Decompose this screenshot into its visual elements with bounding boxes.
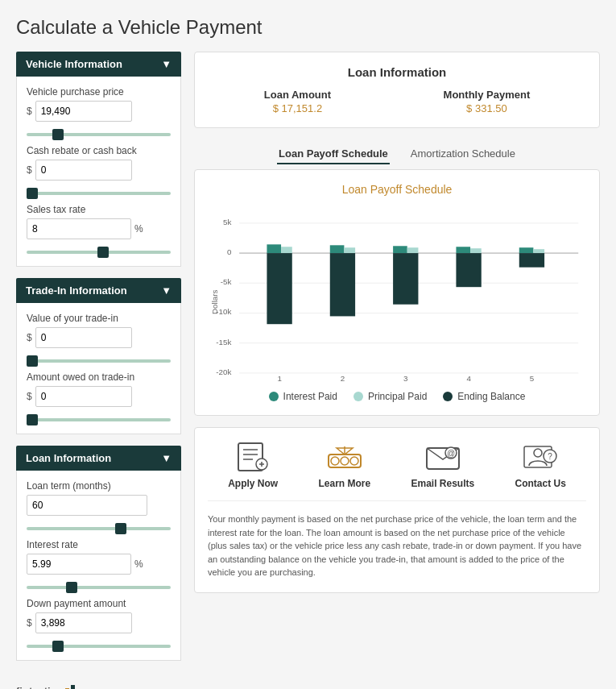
legend-interest: Interest Paid — [269, 391, 337, 402]
tab-amortization[interactable]: Amortization Schedule — [409, 144, 517, 164]
chevron-down-icon: ▼ — [161, 284, 172, 297]
tradein-value-label: Value of your trade-in — [27, 313, 171, 324]
svg-text:5k: 5k — [223, 218, 231, 226]
actions-card: Apply Now Learn More — [194, 427, 600, 593]
svg-rect-20 — [393, 246, 407, 253]
svg-rect-26 — [519, 247, 534, 253]
legend-balance-label: Ending Balance — [457, 391, 525, 402]
amount-owed-input[interactable] — [35, 386, 132, 407]
sales-tax-label: Sales tax rate — [27, 204, 171, 215]
downpayment-input[interactable] — [35, 612, 132, 633]
vehicle-section-label: Vehicle Information — [26, 58, 122, 70]
svg-rect-15 — [281, 247, 292, 253]
svg-rect-18 — [344, 247, 355, 253]
chart-legend: Interest Paid Principal Paid Ending Bala… — [208, 391, 586, 402]
amount-owed-slider[interactable] — [27, 418, 171, 421]
svg-point-51 — [534, 449, 542, 457]
loan-amount-block: Loan Amount $ 17,151.2 — [264, 89, 331, 114]
contact-us-label: Contact Us — [515, 478, 565, 489]
tradein-value-input[interactable] — [35, 327, 132, 348]
chart-area: 5k 0 -5k -10k -15k -20k Dol — [208, 205, 586, 383]
email-results-icon: @ — [424, 441, 462, 473]
footer: fintactix — [16, 683, 600, 689]
loan-section-label: Loan Information — [26, 452, 111, 464]
svg-text:3: 3 — [403, 374, 408, 383]
legend-interest-label: Interest Paid — [283, 391, 337, 402]
svg-rect-17 — [330, 245, 345, 253]
apply-now-icon — [234, 441, 272, 473]
chart-card: Loan Payoff Schedule 5k 0 -5k -10k -15k … — [194, 169, 600, 416]
vehicle-section-header[interactable]: Vehicle Information ▼ — [16, 52, 181, 77]
schedule-tabs: Loan Payoff Schedule Amortization Schedu… — [194, 139, 600, 169]
interest-slider[interactable] — [27, 586, 171, 589]
svg-text:-5k: -5k — [221, 277, 232, 286]
svg-rect-21 — [407, 247, 419, 253]
sales-tax-slider[interactable] — [27, 251, 171, 254]
cash-rebate-slider[interactable] — [27, 192, 171, 195]
purchase-price-slider[interactable] — [27, 133, 171, 136]
sales-tax-input[interactable] — [27, 218, 131, 239]
monthly-payment-block: Monthly Payment $ 331.50 — [444, 89, 531, 114]
sales-tax-pct: % — [134, 223, 143, 235]
tradein-section-body: Value of your trade-in $ Amount owed on … — [16, 303, 181, 434]
legend-principal-dot — [353, 392, 363, 401]
learn-more-label: Learn More — [318, 478, 370, 489]
svg-text:1: 1 — [277, 374, 281, 383]
downpayment-slider[interactable] — [27, 645, 171, 648]
svg-rect-16 — [267, 253, 291, 324]
learn-more-action[interactable]: Learn More — [318, 441, 370, 489]
svg-text:@: @ — [447, 449, 455, 458]
svg-point-44 — [341, 457, 349, 465]
svg-text:2: 2 — [341, 374, 345, 383]
term-slider[interactable] — [27, 527, 171, 530]
brand-label: fintactix — [16, 685, 56, 690]
cash-rebate-currency: $ — [27, 164, 32, 176]
disclaimer-text: Your monthly payment is based on the net… — [208, 513, 586, 579]
vehicle-section-body: Vehicle purchase price $ Cash rebate or … — [16, 77, 181, 267]
tab-loan-payoff[interactable]: Loan Payoff Schedule — [277, 144, 390, 164]
purchase-price-input[interactable] — [35, 101, 132, 122]
svg-point-43 — [331, 457, 339, 465]
left-panel: Vehicle Information ▼ Vehicle purchase p… — [16, 52, 181, 672]
svg-rect-14 — [267, 244, 281, 253]
term-label: Loan term (months) — [27, 480, 171, 492]
svg-rect-24 — [470, 248, 482, 253]
monthly-payment-value: $ 331.50 — [444, 102, 531, 114]
chevron-down-icon: ▼ — [161, 58, 172, 70]
legend-balance: Ending Balance — [443, 391, 525, 402]
legend-interest-dot — [269, 392, 279, 401]
chart-title: Loan Payoff Schedule — [208, 183, 586, 196]
term-input[interactable] — [27, 495, 147, 516]
loan-amount-value: $ 17,151.2 — [264, 102, 331, 114]
loan-section-body: Loan term (months) Interest rate % Down … — [16, 471, 181, 661]
apply-now-label: Apply Now — [228, 478, 278, 489]
interest-input[interactable] — [27, 554, 131, 575]
svg-rect-22 — [393, 253, 418, 305]
cash-rebate-input[interactable] — [35, 160, 132, 181]
email-results-action[interactable]: @ Email Results — [411, 441, 474, 489]
cash-rebate-label: Cash rebate or cash back — [27, 145, 171, 156]
contact-us-action[interactable]: ? Contact Us — [515, 441, 565, 489]
svg-rect-27 — [533, 249, 544, 253]
svg-text:Dollars: Dollars — [210, 289, 219, 314]
vehicle-section: Vehicle Information ▼ Vehicle purchase p… — [16, 52, 181, 267]
apply-now-action[interactable]: Apply Now — [228, 441, 278, 489]
tradein-value-currency: $ — [27, 332, 32, 343]
tradein-section-header[interactable]: Trade-In Information ▼ — [16, 278, 181, 303]
svg-text:0: 0 — [227, 247, 232, 256]
tradein-value-slider[interactable] — [27, 359, 171, 363]
legend-balance-dot — [443, 392, 453, 401]
downpayment-label: Down payment amount — [27, 598, 171, 609]
loan-section-header[interactable]: Loan Information ▼ — [16, 446, 181, 471]
svg-text:-20k: -20k — [216, 367, 231, 376]
brand-bars-icon — [60, 683, 75, 689]
learn-more-icon — [325, 441, 364, 473]
purchase-price-label: Vehicle purchase price — [27, 86, 171, 98]
loan-info-card: Loan Information Loan Amount $ 17,151.2 … — [194, 52, 600, 128]
tradein-section-label: Trade-In Information — [26, 284, 127, 297]
svg-rect-28 — [519, 253, 544, 268]
svg-rect-23 — [456, 247, 470, 253]
svg-rect-19 — [330, 253, 355, 316]
actions-row: Apply Now Learn More — [208, 441, 586, 489]
loan-info-title: Loan Information — [208, 65, 586, 79]
